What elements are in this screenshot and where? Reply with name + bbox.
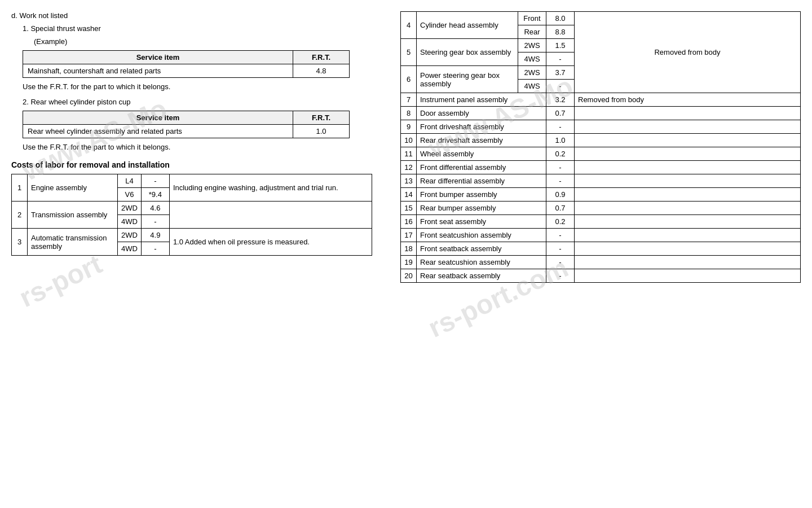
r5-item: Steering gear box assembly (417, 39, 518, 66)
labor-row2-type2: 4WD (118, 215, 142, 229)
table-row: 11 Wheel assembly 0.2 (401, 147, 801, 161)
labor-row2-val2: - (141, 215, 169, 229)
r13-num: 13 (401, 174, 417, 188)
r19-note (575, 256, 801, 269)
table1-row1-frt: 4.8 (293, 64, 350, 78)
table-row: 20 Rear seatback assembly - (401, 269, 801, 283)
r15-val: 0.7 (546, 202, 575, 215)
r12-val: - (546, 161, 575, 174)
table-row: 13 Rear differential assembly - (401, 174, 801, 188)
labor-row1-item: Engine assembly (28, 174, 118, 202)
labor-row1-num: 1 (12, 174, 28, 202)
r4-num: 4 (401, 12, 417, 39)
r9-item: Front driveshaft assembly (417, 120, 546, 134)
r11-val: 0.2 (546, 147, 575, 161)
r17-note (575, 229, 801, 242)
table-row: Rear wheel cylinder assembly and related… (23, 125, 350, 138)
r5-val1: 1.5 (546, 39, 575, 52)
table2-row1-item: Rear wheel cylinder assembly and related… (23, 125, 293, 138)
r12-item: Front differential assembly (417, 161, 546, 174)
r6-val2: - (546, 80, 575, 93)
r5-num: 5 (401, 39, 417, 66)
r13-note (575, 174, 801, 188)
labor-row3-item: Automatic transmission assembly (28, 229, 118, 256)
r10-item: Rear driveshaft assembly (417, 134, 546, 147)
table-row: 8 Door assembly 0.7 (401, 107, 801, 120)
r20-item: Rear seatback assembly (417, 269, 546, 283)
table-row: 18 Front seatback assembly - (401, 242, 801, 256)
r16-item: Front seat assembly (417, 215, 546, 229)
r7-item: Instrument panel assembly (417, 93, 546, 107)
r15-note (575, 202, 801, 215)
r4-note: Removed from body (575, 12, 801, 93)
r15-item: Rear bumper assembly (417, 202, 546, 215)
r4-item: Cylinder head assembly (417, 12, 518, 39)
r4-type1: Front (518, 12, 546, 25)
r15-num: 15 (401, 202, 417, 215)
r16-note (575, 215, 801, 229)
r13-val: - (546, 174, 575, 188)
table-row: 9 Front driveshaft assembly - (401, 120, 801, 134)
r7-note: Removed from body (575, 93, 801, 107)
table-row: 1 Engine assembly L4 - Including engine … (12, 174, 372, 188)
r16-num: 16 (401, 215, 417, 229)
table-row: 16 Front seat assembly 0.2 (401, 215, 801, 229)
table-row: 19 Rear seatcushion assembly - (401, 256, 801, 269)
table-row: 4 Cylinder head assembly Front 8.0 Remov… (401, 12, 801, 25)
r6-type2: 4WS (518, 80, 546, 93)
r17-val: - (546, 229, 575, 242)
right-main-table: 4 Cylinder head assembly Front 8.0 Remov… (400, 11, 801, 283)
r10-note (575, 134, 801, 147)
labor-row3-val2: - (141, 242, 169, 256)
r5-type2: 4WS (518, 52, 546, 66)
r8-item: Door assembly (417, 107, 546, 120)
r9-val: - (546, 120, 575, 134)
labor-row1-type2: V6 (118, 188, 142, 202)
item1-label: 1. Special thrust washer (23, 24, 383, 33)
r20-val: - (546, 269, 575, 283)
left-panel: d. Work not listed 1. Special thrust was… (11, 11, 383, 497)
service-table-2: Service item F.R.T. Rear wheel cylinder … (23, 111, 350, 138)
r9-note (575, 120, 801, 134)
r7-val: 3.2 (546, 93, 575, 107)
table-row: 15 Rear bumper assembly 0.7 (401, 202, 801, 215)
r10-num: 10 (401, 134, 417, 147)
r5-val2: - (546, 52, 575, 66)
labor-row2-num: 2 (12, 202, 28, 229)
table-row: 14 Front bumper assembly 0.9 (401, 188, 801, 202)
r17-num: 17 (401, 229, 417, 242)
r6-num: 6 (401, 66, 417, 93)
r8-val: 0.7 (546, 107, 575, 120)
r20-note (575, 269, 801, 283)
r11-item: Wheel assembly (417, 147, 546, 161)
r14-num: 14 (401, 188, 417, 202)
r18-val: - (546, 242, 575, 256)
r4-val2: 8.8 (546, 25, 575, 39)
r12-num: 12 (401, 161, 417, 174)
labor-row2-type1: 2WD (118, 202, 142, 215)
table-row: 10 Rear driveshaft assembly 1.0 (401, 134, 801, 147)
note2-label: Use the F.R.T. for the part to which it … (23, 143, 383, 151)
r10-val: 1.0 (546, 134, 575, 147)
table-row: 17 Front seatcushion assembly - (401, 229, 801, 242)
r6-val1: 3.7 (546, 66, 575, 80)
table-row: 12 Front differential assembly - (401, 161, 801, 174)
r13-item: Rear differential assembly (417, 174, 546, 188)
labor-row3-note: 1.0 Added when oil pressure is measured. (169, 229, 372, 256)
labor-row3-type1: 2WD (118, 229, 142, 242)
table2-col2-header: F.R.T. (293, 111, 350, 125)
example-label: (Example) (34, 37, 383, 46)
labor-row2-val1: 4.6 (141, 202, 169, 215)
r18-note (575, 242, 801, 256)
r19-item: Rear seatcushion assembly (417, 256, 546, 269)
r6-item: Power steering gear box assembly (417, 66, 518, 93)
r6-type1: 2WS (518, 66, 546, 80)
labor-row3-val1: 4.9 (141, 229, 169, 242)
table-row: 7 Instrument panel assembly 3.2 Removed … (401, 93, 801, 107)
labor-row3-type2: 4WD (118, 242, 142, 256)
r16-val: 0.2 (546, 215, 575, 229)
table2-row1-frt: 1.0 (293, 125, 350, 138)
table2-col1-header: Service item (23, 111, 293, 125)
right-panel: 4 Cylinder head assembly Front 8.0 Remov… (400, 11, 801, 497)
r19-num: 19 (401, 256, 417, 269)
